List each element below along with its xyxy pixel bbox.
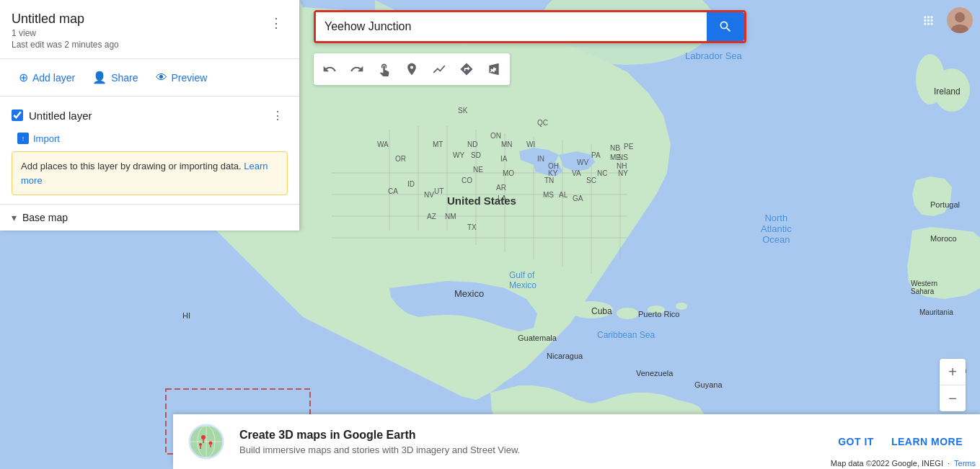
pan-button[interactable] bbox=[371, 56, 397, 82]
layer-name: Untitled layer bbox=[29, 110, 92, 122]
svg-point-3 bbox=[617, 308, 638, 319]
layer-menu-button[interactable]: ⋮ bbox=[268, 105, 288, 125]
search-input[interactable] bbox=[316, 12, 707, 41]
add-layer-label: Add layer bbox=[32, 72, 75, 84]
preview-icon: 👁 bbox=[156, 71, 167, 84]
zoom-controls: + − bbox=[940, 359, 966, 411]
globe-icon bbox=[187, 423, 225, 460]
svg-point-23 bbox=[955, 12, 965, 22]
svg-point-7 bbox=[916, 54, 945, 104]
search-icon bbox=[718, 19, 733, 34]
svg-point-34 bbox=[199, 443, 202, 446]
import-icon: ↑ bbox=[17, 133, 29, 144]
map-last-edit: Last edit was 2 minutes ago bbox=[12, 40, 265, 50]
share-button[interactable]: 👤 Share bbox=[85, 66, 145, 89]
share-label: Share bbox=[111, 72, 138, 84]
pin-button[interactable] bbox=[399, 56, 425, 82]
layer-header: Untitled layer ⋮ bbox=[12, 105, 288, 125]
svg-point-4 bbox=[648, 305, 665, 314]
avatar-image bbox=[947, 7, 973, 33]
panel-header-text: Untitled map 1 view Last edit was 2 minu… bbox=[12, 12, 265, 50]
directions-button[interactable] bbox=[454, 56, 480, 82]
svg-point-2 bbox=[570, 301, 613, 318]
base-map-arrow-icon: ▾ bbox=[12, 212, 17, 223]
user-avatar[interactable] bbox=[947, 7, 973, 33]
map-attribution: Map data ©2022 Google, INEGI · Terms bbox=[826, 457, 980, 469]
map-title: Untitled map bbox=[12, 12, 265, 27]
undo-button[interactable] bbox=[317, 56, 343, 82]
layer-checkbox[interactable] bbox=[12, 110, 23, 121]
layer-section: Untitled layer ⋮ ↑ Import Add places to … bbox=[0, 97, 299, 205]
banner-actions: GOT IT LEARN MORE bbox=[835, 432, 966, 452]
grid-icon bbox=[920, 12, 936, 28]
layer-title-row: Untitled layer bbox=[12, 110, 92, 122]
attribution-text: Map data ©2022 Google, INEGI bbox=[831, 459, 943, 468]
got-it-button[interactable]: GOT IT bbox=[835, 432, 877, 452]
svg-point-32 bbox=[209, 442, 213, 445]
undo-icon bbox=[322, 62, 337, 76]
panel-menu-button[interactable]: ⋮ bbox=[265, 12, 288, 35]
directions-icon bbox=[459, 62, 474, 76]
zoom-out-button[interactable]: − bbox=[940, 385, 966, 411]
redo-button[interactable] bbox=[344, 56, 370, 82]
base-map-label: Base map bbox=[22, 212, 68, 223]
add-layer-button[interactable]: ⊕ Add layer bbox=[12, 66, 82, 89]
redo-icon bbox=[350, 62, 364, 76]
import-button[interactable]: ↑ Import bbox=[12, 131, 66, 146]
banner-subtitle: Build immersive maps and stories with 3D… bbox=[239, 445, 821, 455]
line-button[interactable] bbox=[426, 56, 452, 82]
add-layer-icon: ⊕ bbox=[19, 71, 28, 84]
terms-link[interactable]: Terms bbox=[954, 459, 976, 468]
learn-more-button[interactable]: LEARN MORE bbox=[888, 432, 966, 452]
search-bar bbox=[314, 10, 746, 43]
hand-icon bbox=[377, 62, 392, 76]
zoom-in-button[interactable]: + bbox=[940, 359, 966, 385]
layer-hint-text: Add places to this layer by drawing or i… bbox=[21, 161, 242, 171]
pin-icon bbox=[405, 62, 419, 76]
share-icon: 👤 bbox=[92, 71, 107, 84]
base-map-section[interactable]: ▾ Base map bbox=[0, 205, 299, 231]
preview-label: Preview bbox=[172, 72, 208, 84]
map-views: 1 view bbox=[12, 28, 265, 38]
line-icon bbox=[432, 62, 446, 76]
measure-icon bbox=[487, 62, 501, 76]
app-grid-button[interactable] bbox=[915, 7, 941, 33]
preview-button[interactable]: 👁 Preview bbox=[149, 67, 215, 89]
import-label: Import bbox=[33, 133, 60, 144]
panel-header: Untitled map 1 view Last edit was 2 minu… bbox=[0, 0, 299, 59]
toolbar bbox=[314, 53, 510, 85]
panel-actions: ⊕ Add layer 👤 Share 👁 Preview bbox=[0, 59, 299, 97]
top-right-controls bbox=[915, 7, 973, 33]
left-panel: Untitled map 1 view Last edit was 2 minu… bbox=[0, 0, 299, 231]
banner-title: Create 3D maps in Google Earth bbox=[239, 429, 821, 442]
search-button[interactable] bbox=[707, 12, 744, 41]
banner-text: Create 3D maps in Google Earth Build imm… bbox=[239, 429, 821, 455]
svg-point-5 bbox=[676, 303, 687, 310]
svg-point-30 bbox=[201, 435, 206, 439]
measure-button[interactable] bbox=[481, 56, 507, 82]
layer-hint: Add places to this layer by drawing or i… bbox=[12, 151, 288, 195]
